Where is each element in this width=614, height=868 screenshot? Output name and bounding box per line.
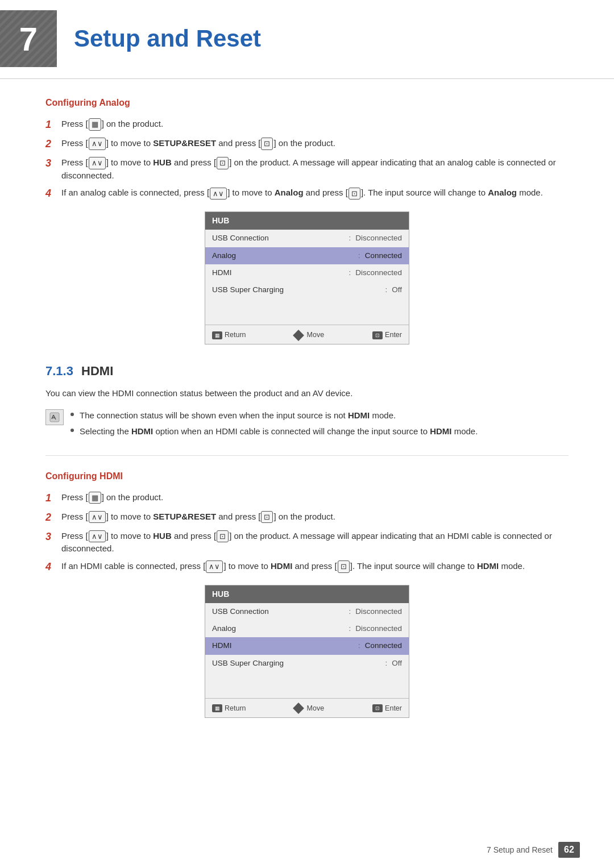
note-bullet-2: Selecting the HDMI option when an HDMI c… — [70, 425, 569, 438]
step-num: 1 — [45, 491, 61, 506]
hub-row-value: Off — [392, 658, 402, 669]
chapter-block: 7 — [0, 10, 57, 67]
step-text: If an analog cable is connected, press [… — [61, 186, 569, 200]
note-text-1: The connection status will be shown even… — [80, 409, 396, 422]
hub-row-value: Off — [392, 284, 402, 296]
step-num: 2 — [45, 136, 61, 152]
enter-btn-icon: ⊡ — [349, 188, 360, 200]
enter-btn-icon: ⊡ — [261, 138, 273, 150]
enter-label: Enter — [385, 703, 402, 714]
hub-return: ▦ Return — [212, 703, 246, 714]
step-item: 1 Press [▦] on the product. — [45, 491, 569, 506]
configuring-hdmi-heading: Configuring HDMI — [45, 470, 569, 483]
hub-enter: ⊡ Enter — [372, 703, 402, 714]
divider — [45, 455, 569, 456]
note-block: The connection status will be shown even… — [45, 409, 569, 442]
hub-row-highlighted: Analog : Connected — [205, 247, 409, 264]
hub-footer: ▦ Return Move ⊡ Enter — [205, 698, 409, 717]
hub-return: ▦ Return — [212, 330, 246, 340]
enter-btn-icon: ⊡ — [261, 511, 273, 524]
hub-row: USB Connection : Disconnected — [205, 230, 409, 247]
analog-bold2: Analog — [488, 188, 517, 197]
hub-enter: ⊡ Enter — [372, 330, 402, 340]
configuring-analog-heading: Configuring Analog — [45, 96, 569, 110]
step-text: Press [∧∨] to move to SETUP&RESET and pr… — [61, 137, 569, 150]
move-label: Move — [307, 703, 325, 714]
nav-btn-icon: ∧∨ — [210, 188, 227, 200]
move-icon — [293, 703, 304, 714]
step-num: 4 — [45, 186, 61, 201]
hub-row: USB Connection : Disconnected — [205, 603, 409, 620]
hub-row-label: USB Connection — [212, 606, 344, 617]
step-num: 3 — [45, 156, 61, 171]
hub-row-value: Disconnected — [355, 232, 402, 244]
hdmi-bold: HDMI — [348, 410, 370, 420]
move-icon — [293, 330, 304, 341]
return-icon: ▦ — [212, 704, 222, 712]
hub-row: Analog : Disconnected — [205, 620, 409, 637]
pencil-svg — [49, 412, 60, 423]
nav-btn-icon: ∧∨ — [89, 530, 106, 543]
step-text: Press [▦] on the product. — [61, 491, 569, 504]
enter-icon: ⊡ — [372, 704, 383, 712]
subsection-title: 7.1.3 HDMI — [45, 362, 569, 380]
hub-row-label: USB Super Charging — [212, 284, 380, 296]
nav-btn-icon: ∧∨ — [89, 157, 106, 169]
hub-bold2: HUB — [153, 531, 172, 541]
enter-btn-icon: ⊡ — [338, 560, 350, 573]
hdmi-bold5: HDMI — [477, 561, 499, 571]
step-item: 2 Press [∧∨] to move to SETUP&RESET and … — [45, 510, 569, 525]
step-item: 3 Press [∧∨] to move to HUB and press [⊡… — [45, 156, 569, 182]
note-bullet-1: The connection status will be shown even… — [70, 409, 569, 422]
return-label: Return — [225, 330, 246, 340]
hub-row-label: Analog — [212, 250, 354, 261]
hub-row-label: Analog — [212, 623, 344, 634]
note-pencil-icon — [45, 409, 64, 425]
hub-row-value: Disconnected — [355, 606, 402, 617]
hub-title: HUB — [205, 585, 409, 603]
hub-row-label: HDMI — [212, 267, 344, 279]
subsection-description: You can view the HDMI connection status … — [45, 387, 569, 400]
footer-chapter-label: 7 Setup and Reset — [487, 844, 553, 856]
page-header: 7 Setup and Reset — [0, 0, 614, 79]
enter-label: Enter — [385, 330, 402, 340]
menu-btn-icon: ▦ — [89, 492, 101, 504]
main-content: Configuring Analog 1 Press [▦] on the pr… — [0, 96, 614, 780]
nav-btn-icon: ∧∨ — [89, 138, 106, 150]
step-text: Press [▦] on the product. — [61, 118, 569, 131]
return-label: Return — [225, 703, 246, 714]
hub-move: Move — [294, 330, 325, 340]
hub-row-value: Connected — [365, 640, 402, 651]
analog-steps: 1 Press [▦] on the product. 2 Press [∧∨]… — [45, 118, 569, 201]
hub-row: USB Super Charging : Off — [205, 281, 409, 298]
step-item: 1 Press [▦] on the product. — [45, 118, 569, 132]
enter-btn-icon: ⊡ — [217, 530, 229, 543]
hub-row-value: Connected — [365, 250, 402, 261]
hdmi-steps: 1 Press [▦] on the product. 2 Press [∧∨]… — [45, 491, 569, 575]
nav-btn-icon: ∧∨ — [89, 511, 106, 524]
step-item: 3 Press [∧∨] to move to HUB and press [⊡… — [45, 530, 569, 555]
setup-reset-bold2: SETUP&RESET — [153, 512, 216, 521]
step-text: Press [∧∨] to move to SETUP&RESET and pr… — [61, 510, 569, 524]
hub-row-label: USB Super Charging — [212, 658, 380, 669]
page-title: Setup and Reset — [74, 20, 261, 56]
enter-icon: ⊡ — [372, 331, 383, 339]
configuring-analog-section: Configuring Analog 1 Press [▦] on the pr… — [45, 96, 569, 344]
bullet-dot — [70, 413, 74, 416]
return-icon: ▦ — [212, 331, 222, 339]
section-713: 7.1.3 HDMI You can view the HDMI connect… — [45, 362, 569, 442]
hub-row: HDMI : Disconnected — [205, 264, 409, 281]
subsection-num: 7.1.3 — [45, 364, 73, 378]
hub-title: HUB — [205, 212, 409, 230]
subsection-title-text: HDMI — [81, 364, 113, 378]
step-num: 3 — [45, 529, 61, 545]
hub-footer: ▦ Return Move ⊡ Enter — [205, 325, 409, 344]
hub-dialog-hdmi: HUB USB Connection : Disconnected Analog… — [205, 585, 409, 718]
setup-reset-bold: SETUP&RESET — [153, 138, 216, 148]
analog-bold: Analog — [275, 188, 304, 197]
hub-row: USB Super Charging : Off — [205, 655, 409, 672]
enter-btn-icon: ⊡ — [217, 157, 229, 169]
nav-btn-icon: ∧∨ — [206, 560, 223, 573]
hub-move: Move — [294, 703, 325, 714]
hub-row-label: HDMI — [212, 640, 354, 651]
